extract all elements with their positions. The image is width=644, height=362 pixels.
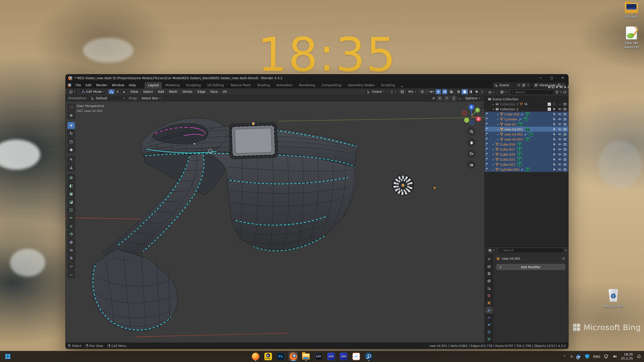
select-pointer-icon[interactable] bbox=[553, 138, 556, 141]
tool-annotate[interactable]: ✎ bbox=[67, 156, 75, 163]
hide-eye-icon[interactable] bbox=[558, 132, 561, 136]
outliner-search[interactable]: ⌕ bbox=[510, 90, 554, 95]
outliner-row-scene-collection[interactable]: Scene Collection bbox=[485, 97, 568, 102]
collection-checkbox[interactable]: ✓ bbox=[548, 103, 551, 106]
outliner-filter-dropdown[interactable]: ▾ bbox=[498, 90, 508, 95]
expand-icon[interactable]: ▸ bbox=[496, 123, 500, 126]
select-pointer-icon[interactable] bbox=[553, 168, 556, 171]
outliner-search-input[interactable] bbox=[515, 90, 551, 94]
tool-knife[interactable]: ✂ bbox=[67, 214, 75, 222]
outliner-row-new-int001[interactable]: ▸ new int.001 bbox=[485, 127, 568, 132]
select-pointer-icon[interactable] bbox=[553, 148, 556, 151]
tab-view-layer[interactable] bbox=[485, 278, 493, 284]
workspace-tab-scripting[interactable]: Scripting bbox=[378, 82, 398, 88]
add-workspace-button[interactable]: + bbox=[398, 85, 406, 88]
expand-icon[interactable]: ▸ bbox=[496, 133, 500, 136]
tool-options-dropdown[interactable]: Options ▾ bbox=[463, 96, 482, 101]
vertex-select-button[interactable] bbox=[108, 89, 114, 94]
expand-icon[interactable]: ▸ bbox=[491, 158, 495, 161]
tray-network-icon[interactable] bbox=[604, 354, 609, 359]
taskbar-lfs-2[interactable]: LFS bbox=[326, 352, 336, 361]
face-select-button[interactable] bbox=[121, 89, 127, 94]
workspace-tab-animation[interactable]: Animation bbox=[273, 82, 296, 88]
tool-bevel[interactable]: ◪ bbox=[67, 198, 75, 206]
tool-orientation-dropdown[interactable]: Default ▾ bbox=[89, 96, 127, 101]
properties-search-input[interactable] bbox=[503, 249, 562, 252]
hide-eye-icon[interactable] bbox=[558, 112, 561, 116]
snap-mode-dropdown[interactable]: Mix ▾ bbox=[406, 89, 418, 94]
tray-notification-bell[interactable] bbox=[636, 354, 641, 359]
camera-view-button[interactable] bbox=[467, 149, 476, 158]
pan-hand-button[interactable] bbox=[467, 138, 476, 147]
tool-shear[interactable]: ▱ bbox=[67, 262, 75, 270]
workspace-tab-uv-editing[interactable]: UV Editing bbox=[204, 82, 227, 88]
menu-help[interactable]: Help bbox=[127, 83, 138, 87]
taskbar-blender[interactable] bbox=[289, 352, 298, 361]
expand-icon[interactable]: ▸ bbox=[496, 128, 500, 131]
tool-smooth[interactable]: ◍ bbox=[67, 238, 75, 246]
tab-scene[interactable] bbox=[485, 285, 493, 292]
workspace-tab-shading[interactable]: Shading bbox=[254, 82, 273, 88]
viewport-menu-add[interactable]: Add bbox=[156, 90, 166, 94]
new-collection-icon[interactable] bbox=[563, 90, 567, 94]
workspace-tab-modeling[interactable]: Modeling bbox=[162, 82, 183, 88]
tab-object[interactable] bbox=[485, 299, 493, 306]
expand-icon[interactable]: ▸ bbox=[496, 113, 500, 116]
properties-search[interactable]: ⌕ bbox=[498, 248, 564, 253]
tool-transform[interactable]: ◉ bbox=[67, 146, 75, 153]
menu-file[interactable]: File bbox=[73, 83, 83, 87]
shading-wireframe-button[interactable] bbox=[456, 89, 462, 94]
tool-shrink-fatten[interactable]: ⇅ bbox=[67, 254, 75, 262]
toggle-ortho-button[interactable] bbox=[467, 160, 476, 169]
transform-orientation-dropdown[interactable]: Global ▾ bbox=[365, 89, 386, 94]
workspace-tab-texture-paint[interactable]: Texture Paint bbox=[227, 82, 254, 88]
workspace-tab-layout[interactable]: Layout bbox=[145, 82, 162, 88]
mirror-y-button[interactable]: Y bbox=[444, 96, 450, 101]
taskbar-firefox[interactable] bbox=[251, 352, 260, 361]
hide-eye-icon[interactable] bbox=[558, 138, 561, 141]
desktop-icon-av-sync[interactable]: AV sync bbox=[618, 3, 644, 19]
tab-constraints[interactable] bbox=[485, 329, 493, 335]
tool-rip-region[interactable]: ⌓ bbox=[67, 270, 75, 278]
tool-loop-cut[interactable]: ◫ bbox=[67, 206, 75, 214]
menu-render[interactable]: Render bbox=[94, 83, 110, 87]
disable-render-icon[interactable] bbox=[563, 148, 567, 151]
disable-render-icon[interactable] bbox=[563, 138, 567, 141]
drag-mode-dropdown[interactable]: Select Box ▾ bbox=[139, 96, 163, 101]
desktop-icon-recycle-bin[interactable]: ♻ Recycle Bin bbox=[599, 289, 627, 308]
tab-output[interactable] bbox=[485, 270, 493, 277]
desktop-icon-take-me-away[interactable]: Take Me Away.txt bbox=[618, 26, 644, 49]
workspace-tab-rendering[interactable]: Rendering bbox=[296, 82, 318, 88]
close-button[interactable]: ✕ bbox=[557, 74, 568, 81]
hide-eye-icon[interactable] bbox=[558, 102, 561, 106]
outliner-row-new-int[interactable]: ▸ new int bbox=[485, 122, 568, 127]
falloff-dropdown[interactable]: ▾ bbox=[426, 90, 428, 93]
disable-render-icon[interactable] bbox=[563, 143, 567, 146]
maximize-button[interactable]: ▢ bbox=[546, 74, 557, 81]
tool-edge-slide[interactable]: ⇆ bbox=[67, 246, 75, 254]
taskbar-photoshop[interactable]: Ps bbox=[276, 352, 285, 361]
tray-volume-icon[interactable] bbox=[612, 354, 617, 359]
tray-counter[interactable]: 0 bbox=[571, 355, 573, 358]
outliner-row-cube016[interactable]: ▸ Cube.016 bbox=[485, 142, 568, 147]
pin-icon[interactable] bbox=[517, 83, 520, 87]
outliner-row-cylinder002[interactable]: ▸ Cylinder.002 bbox=[485, 167, 568, 172]
outliner-row-cylinder[interactable]: ▸ Cylinder bbox=[485, 117, 568, 122]
collapse-icon[interactable]: ▾ bbox=[565, 249, 567, 252]
disable-render-icon[interactable] bbox=[563, 122, 567, 126]
tray-steam-icon[interactable] bbox=[576, 354, 581, 359]
tool-cursor[interactable]: ⊕ bbox=[67, 112, 75, 119]
expand-icon[interactable]: ▸ bbox=[496, 138, 500, 141]
hide-eye-icon[interactable] bbox=[558, 143, 561, 146]
tool-move[interactable] bbox=[67, 122, 75, 129]
expand-icon[interactable]: ▸ bbox=[496, 118, 500, 121]
expand-icon[interactable]: ▸ bbox=[491, 163, 495, 166]
shading-rendered-button[interactable] bbox=[474, 89, 480, 94]
expand-icon[interactable]: ▸ bbox=[491, 168, 495, 171]
collection-checkbox[interactable]: ✓ bbox=[548, 108, 551, 111]
mode-dropdown[interactable]: Edit Mode ▾ bbox=[79, 89, 107, 94]
minimize-button[interactable]: ─ bbox=[535, 74, 546, 81]
viewport-menu-edge[interactable]: Edge bbox=[196, 90, 207, 94]
outliner-row-cube017[interactable]: ▸ Cube.017 bbox=[485, 147, 568, 152]
mirror-x-button[interactable]: X bbox=[437, 96, 442, 101]
